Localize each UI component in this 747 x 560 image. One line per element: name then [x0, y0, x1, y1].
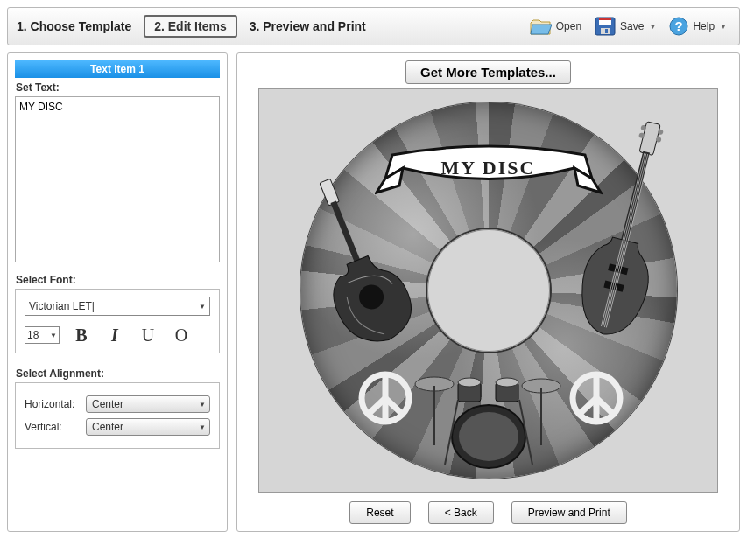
top-actions: Open Save ▼ ? Help ▼	[526, 14, 730, 38]
set-text-label: Set Text:	[16, 81, 219, 94]
font-name-select[interactable]: Victorian LET| ▼	[25, 297, 210, 316]
text-item-header: Text Item 1	[15, 60, 220, 78]
step-choose-template[interactable]: 1. Choose Template	[17, 19, 131, 33]
editor-panel: Text Item 1 Set Text: Select Font: Victo…	[7, 52, 228, 532]
preview-panel: Get More Templates... MY DISC	[236, 52, 740, 532]
disc-preview[interactable]: MY DISC	[300, 102, 677, 479]
help-button[interactable]: ? Help ▼	[665, 14, 730, 38]
disc-banner: MY DISC	[375, 142, 603, 196]
reset-button[interactable]: Reset	[349, 501, 410, 524]
drum-kit-icon	[410, 358, 567, 472]
peace-sign-icon	[568, 370, 624, 426]
text-input[interactable]	[15, 96, 220, 262]
help-icon: ?	[668, 16, 689, 37]
save-label: Save	[620, 20, 644, 32]
horizontal-label: Horizontal:	[25, 398, 86, 410]
svg-rect-4	[605, 29, 608, 33]
bold-button[interactable]: B	[70, 325, 93, 346]
font-box: Victorian LET| ▼ 18 ▼ B I U O	[15, 289, 220, 354]
help-label: Help	[693, 20, 715, 32]
svg-rect-2	[599, 18, 611, 20]
disc-center-hole	[427, 229, 550, 352]
font-size-select[interactable]: 18 ▼	[25, 326, 60, 344]
step-edit-items[interactable]: 2. Edit Items	[144, 15, 236, 38]
font-name-value: Victorian LET|	[25, 297, 210, 316]
select-alignment-label: Select Alignment:	[16, 368, 219, 380]
disc-text: MY DISC	[375, 157, 603, 179]
underline-button[interactable]: U	[137, 325, 159, 346]
preview-and-print-button[interactable]: Preview and Print	[511, 501, 627, 524]
disc-stage: MY DISC	[258, 88, 718, 493]
folder-open-icon	[530, 17, 553, 36]
floppy-save-icon	[594, 16, 617, 37]
back-button[interactable]: < Back	[428, 501, 494, 524]
svg-point-25	[496, 378, 518, 387]
svg-text:?: ?	[675, 18, 683, 33]
select-font-label: Select Font:	[16, 274, 219, 286]
italic-button[interactable]: I	[103, 325, 126, 346]
svg-point-23	[458, 378, 481, 387]
outline-button[interactable]: O	[170, 325, 193, 346]
vertical-align-select[interactable]: Center ▼	[86, 418, 210, 436]
horizontal-align-value: Center	[86, 396, 210, 413]
top-toolbar: 1. Choose Template 2. Edit Items 3. Prev…	[7, 7, 740, 46]
font-size-value: 18	[25, 326, 60, 344]
vertical-label: Vertical:	[25, 421, 86, 433]
save-button[interactable]: Save ▼	[590, 14, 659, 38]
get-more-templates-button[interactable]: Get More Templates...	[405, 60, 571, 84]
svg-point-27	[459, 412, 518, 461]
open-label: Open	[556, 20, 581, 32]
wizard-steps: 1. Choose Template 2. Edit Items 3. Prev…	[17, 15, 366, 38]
peace-sign-icon	[357, 370, 413, 426]
dropdown-icon: ▼	[649, 23, 656, 31]
electric-guitar-icon	[302, 172, 416, 356]
open-button[interactable]: Open	[526, 15, 585, 38]
step-preview-print[interactable]: 3. Preview and Print	[250, 19, 366, 33]
horizontal-align-select[interactable]: Center ▼	[86, 396, 210, 413]
vertical-align-value: Center	[86, 418, 210, 436]
alignment-box: Horizontal: Center ▼ Vertical: Center ▼	[15, 382, 220, 449]
bottom-buttons: Reset < Back Preview and Print	[244, 501, 732, 524]
dropdown-icon: ▼	[720, 23, 727, 31]
